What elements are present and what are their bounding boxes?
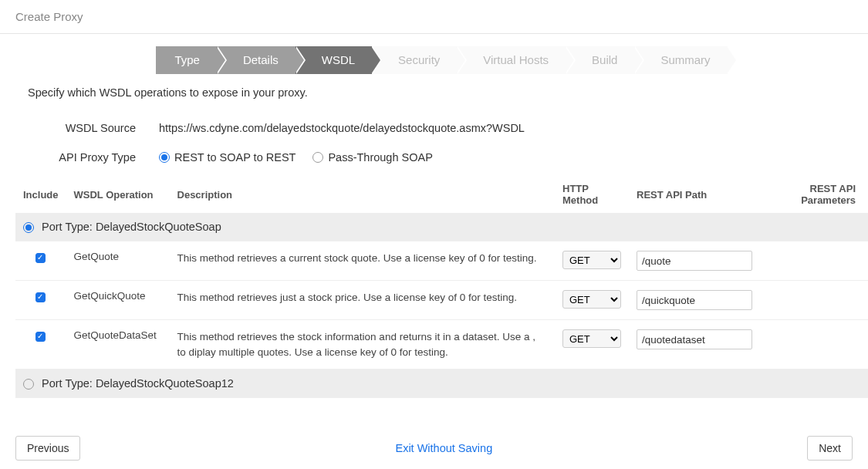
rest-path-input[interactable] bbox=[637, 329, 752, 349]
operation-name: GetQuickQuote bbox=[66, 281, 170, 320]
operation-row: GetQuoteDataSetThis method retrieves the… bbox=[15, 320, 868, 369]
page-header: Create Proxy bbox=[0, 0, 868, 34]
operation-description: This method retrieves just a stock price… bbox=[170, 281, 555, 320]
exit-without-saving-link[interactable]: Exit Without Saving bbox=[395, 442, 492, 454]
instruction-text: Specify which WSDL operations to expose … bbox=[15, 86, 868, 117]
proxy-type-rest-soap-rest-radio[interactable] bbox=[159, 152, 170, 163]
wizard-panel: TypeDetailsWSDLSecurityVirtual HostsBuil… bbox=[15, 34, 868, 427]
proxy-type-passthrough[interactable]: Pass-Through SOAP bbox=[312, 151, 432, 164]
col-operation: WSDL Operation bbox=[66, 177, 170, 213]
operation-row: GetQuickQuoteThis method retrieves just … bbox=[15, 281, 868, 320]
rest-params-cell bbox=[760, 241, 868, 281]
proxy-type-passthrough-radio[interactable] bbox=[312, 152, 323, 163]
proxy-type-passthrough-label: Pass-Through SOAP bbox=[328, 151, 432, 164]
operation-description: This method retrieves the stock informat… bbox=[170, 320, 555, 369]
wizard-step-wsdl[interactable]: WSDL bbox=[296, 46, 372, 74]
col-include: Include bbox=[15, 177, 66, 213]
wizard-step-security[interactable]: Security bbox=[372, 46, 457, 74]
rest-path-input[interactable] bbox=[637, 290, 752, 310]
operations-header-row: Include WSDL Operation Description HTTP … bbox=[15, 177, 868, 213]
col-rest-params: REST API Parameters bbox=[760, 177, 868, 213]
operations-table: Include WSDL Operation Description HTTP … bbox=[15, 177, 868, 398]
wizard-footer: Previous Exit Without Saving Next bbox=[0, 427, 868, 469]
proxy-type-rest-soap-rest-label: REST to SOAP to REST bbox=[174, 151, 296, 164]
wsdl-source-label: WSDL Source bbox=[28, 122, 159, 134]
api-proxy-type-options: REST to SOAP to REST Pass-Through SOAP bbox=[159, 151, 856, 164]
port-type-row[interactable]: Port Type: DelayedStockQuoteSoap bbox=[15, 213, 868, 241]
operation-name: GetQuote bbox=[66, 241, 170, 281]
next-button[interactable]: Next bbox=[807, 436, 853, 461]
previous-button[interactable]: Previous bbox=[15, 436, 80, 461]
operation-description: This method retrieves a current stock qu… bbox=[170, 241, 555, 281]
operations-scroll[interactable]: Include WSDL Operation Description HTTP … bbox=[15, 176, 868, 400]
include-checkbox[interactable] bbox=[35, 253, 46, 263]
http-method-select[interactable]: GETPOSTPUTDELETE bbox=[562, 251, 621, 269]
http-method-select[interactable]: GETPOSTPUTDELETE bbox=[562, 290, 621, 309]
port-type-label: Port Type: DelayedStockQuoteSoap12 bbox=[39, 377, 234, 390]
wsdl-source-value: https://ws.cdyne.com/delayedstockquote/d… bbox=[159, 122, 856, 134]
port-type-radio[interactable] bbox=[23, 222, 34, 233]
col-rest-path: REST API Path bbox=[629, 177, 760, 213]
col-description: Description bbox=[170, 177, 555, 213]
include-checkbox[interactable] bbox=[35, 332, 46, 342]
operation-row: GetQuoteThis method retrieves a current … bbox=[15, 241, 868, 281]
port-type-label: Port Type: DelayedStockQuoteSoap bbox=[39, 221, 221, 233]
proxy-type-rest-soap-rest[interactable]: REST to SOAP to REST bbox=[159, 151, 296, 164]
page-title: Create Proxy bbox=[15, 10, 83, 23]
rest-params-cell bbox=[760, 320, 868, 369]
wizard-step-build[interactable]: Build bbox=[566, 46, 634, 74]
port-type-radio[interactable] bbox=[23, 379, 34, 390]
wizard-step-summary[interactable]: Summary bbox=[634, 46, 727, 74]
port-type-row[interactable]: Port Type: DelayedStockQuoteSoap12 bbox=[15, 369, 868, 398]
include-checkbox[interactable] bbox=[35, 292, 46, 302]
rest-path-input[interactable] bbox=[637, 251, 752, 271]
api-proxy-type-row: API Proxy Type REST to SOAP to REST Pass… bbox=[15, 147, 868, 176]
wizard-step-type[interactable]: Type bbox=[156, 46, 217, 74]
wizard-step-details[interactable]: Details bbox=[217, 46, 296, 74]
operation-name: GetQuoteDataSet bbox=[66, 320, 170, 369]
http-method-select[interactable]: GETPOSTPUTDELETE bbox=[562, 329, 621, 348]
wizard-steps: TypeDetailsWSDLSecurityVirtual HostsBuil… bbox=[15, 46, 868, 74]
rest-params-cell bbox=[760, 281, 868, 320]
col-http-method: HTTP Method bbox=[555, 177, 629, 213]
wizard-step-virtual-hosts[interactable]: Virtual Hosts bbox=[457, 46, 566, 74]
operations-container: Include WSDL Operation Description HTTP … bbox=[15, 176, 868, 400]
wsdl-source-row: WSDL Source https://ws.cdyne.com/delayed… bbox=[15, 117, 868, 147]
api-proxy-type-label: API Proxy Type bbox=[28, 151, 159, 164]
